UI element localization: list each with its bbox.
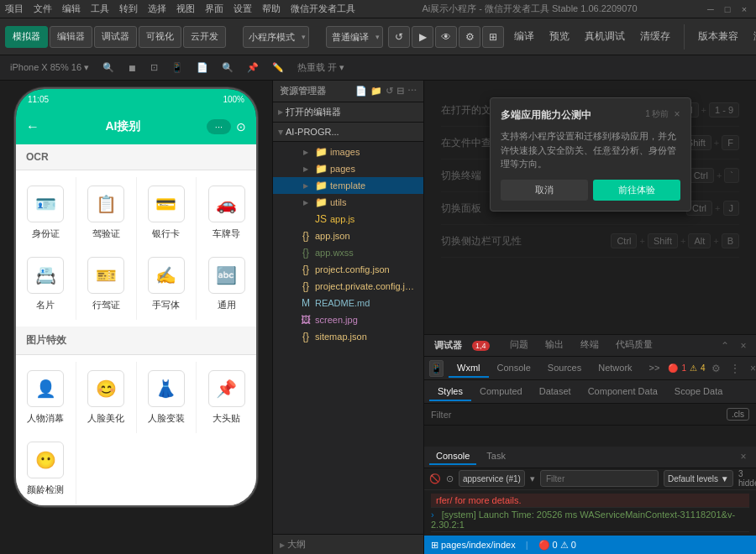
refresh-icon[interactable]: ↺ — [386, 86, 393, 97]
testnum-text-btn[interactable]: 测试号 — [748, 28, 756, 45]
play-icon-btn[interactable]: ▶ — [412, 26, 433, 48]
project-collapse-btn[interactable]: ⊟ — [407, 126, 418, 138]
phone-close-icon[interactable]: ⊙ — [236, 120, 246, 133]
project-new-file-btn[interactable]: + — [366, 126, 378, 138]
compile-text-btn[interactable]: 编译 — [509, 28, 539, 45]
folder-utils[interactable]: ▶ 📁 utils — [273, 194, 423, 211]
grid-item-agedetect[interactable]: 😶 颜龄检测 — [16, 433, 76, 504]
more-icon[interactable]: ⋯ — [407, 86, 417, 97]
debugger-tab-quality[interactable]: 代码质量 — [609, 336, 659, 355]
devtools-settings-btn[interactable]: ⚙ — [709, 361, 724, 376]
menu-item-interface[interactable]: 界面 — [205, 3, 223, 15]
settings-icon-btn[interactable]: ⚙ — [459, 26, 480, 48]
grid-item-facestyle[interactable]: 👗 人脸变装 — [137, 362, 197, 433]
file-icon-btn[interactable]: 📄 — [192, 60, 213, 75]
console-dropdown-btn[interactable]: ▾ — [530, 471, 535, 486]
minimize-btn[interactable]: ─ — [704, 3, 717, 16]
mini-mode-dropdown[interactable]: 小程序模式 — [243, 26, 309, 48]
devtools-tab-more[interactable]: >> — [641, 359, 669, 378]
debugger-close-btn[interactable]: × — [736, 338, 751, 353]
menu-item-project[interactable]: 项目 — [5, 3, 24, 15]
device-info-btn[interactable]: iPhone X 85% 16 ▾ — [5, 60, 94, 75]
styles-tab-scopedata[interactable]: Scope Data — [666, 383, 731, 401]
folder-pages[interactable]: ▶ 📁 pages — [273, 160, 423, 177]
menu-item-select[interactable]: 选择 — [148, 3, 166, 15]
project-root-section[interactable]: ▶ AI-PROGR... + 📁 ↺ ⊟ — [273, 123, 423, 142]
folder-images[interactable]: ▶ 📁 images — [273, 144, 423, 160]
menu-item-view[interactable]: 视图 — [176, 3, 195, 15]
toggle-icon-btn[interactable]: ⊞ — [482, 26, 504, 48]
project-refresh-btn[interactable]: ↺ — [393, 126, 405, 138]
debugger-tab-terminal[interactable]: 终端 — [574, 336, 606, 355]
filter-input[interactable] — [431, 410, 722, 420]
devtools-tab-wxml[interactable]: Wxml — [449, 359, 489, 378]
menu-item-devtools[interactable]: 微信开发者工具 — [291, 3, 355, 15]
console-filter-input[interactable] — [540, 470, 659, 487]
file-screen[interactable]: 🖼 screen.jpg — [273, 311, 423, 328]
devtools-close-btn[interactable]: × — [746, 361, 756, 376]
visual-btn[interactable]: 可视化 — [139, 26, 181, 48]
grid-item-idcard[interactable]: 🪪 身份证 — [16, 177, 76, 248]
console-tab-task[interactable]: Task — [480, 448, 512, 465]
file-appwxss[interactable]: {} app.wxss — [273, 244, 423, 261]
console-stop-btn[interactable]: ⊙ — [446, 471, 454, 486]
console-clear-btn[interactable]: 🚫 — [429, 471, 441, 486]
menu-item-tools[interactable]: 工具 — [91, 3, 109, 15]
phone-more-btn[interactable]: ··· — [207, 119, 231, 134]
styles-tab-componentdata[interactable]: Component Data — [580, 383, 666, 401]
open-editors-section[interactable]: ▶ 打开的编辑器 — [273, 102, 423, 123]
search-btn2[interactable]: 🔍 — [217, 60, 239, 75]
debugger-collapse-btn[interactable]: ⌃ — [717, 338, 732, 353]
mini-mode-select[interactable]: 小程序模式 — [243, 26, 309, 48]
file-appjson[interactable]: {} app.json — [273, 227, 423, 244]
file-projectprivate[interactable]: {} project.private.config.js... — [273, 278, 423, 295]
status-path[interactable]: ⊞ pages/index/index — [431, 540, 516, 551]
version-text-btn[interactable]: 版本兼容 — [693, 28, 743, 45]
styles-tab-computed[interactable]: Computed — [471, 383, 531, 401]
devtools-more-btn[interactable]: ⋮ — [727, 361, 743, 376]
phone-icon-btn[interactable]: 📱 — [166, 60, 188, 75]
close-btn[interactable]: × — [738, 3, 751, 16]
devtools-tab-network[interactable]: Network — [590, 359, 640, 378]
devtools-phone-icon[interactable]: 📱 — [429, 360, 444, 377]
realtest-text-btn[interactable]: 真机调试 — [580, 28, 630, 45]
hotreload-btn[interactable]: 热重载 开 ▾ — [292, 60, 349, 76]
compile-mode-dropdown[interactable]: 普通编译 — [326, 26, 383, 48]
editor-btn[interactable]: 编辑器 — [50, 26, 92, 48]
console-close-btn[interactable]: × — [736, 449, 751, 464]
project-new-folder-btn[interactable]: 📁 — [380, 126, 391, 138]
notif-cancel-btn[interactable]: 取消 — [501, 180, 588, 201]
outline-section[interactable]: ▶ 大纲 — [273, 534, 423, 554]
refresh-icon-btn[interactable]: ↺ — [388, 26, 410, 48]
simulator-btn[interactable]: 模拟器 — [5, 26, 48, 48]
debugger-tab-issues[interactable]: 问题 — [503, 336, 535, 355]
debugger-tab-output[interactable]: 输出 — [538, 336, 570, 355]
preview-text-btn[interactable]: 预览 — [544, 28, 575, 45]
compile-mode-select[interactable]: 普通编译 — [326, 26, 383, 48]
grid-item-drivelicense[interactable]: 🎫 行驾证 — [76, 248, 137, 320]
collapse-icon[interactable]: ⊟ — [396, 86, 404, 97]
file-appjs[interactable]: JS app.js — [273, 211, 423, 227]
menu-item-help[interactable]: 帮助 — [262, 3, 281, 15]
notif-close-btn[interactable]: × — [674, 108, 680, 120]
grid-item-general[interactable]: 🔤 通用 — [197, 248, 256, 320]
grid-item-bankcard[interactable]: 💳 银行卡 — [137, 177, 197, 248]
grid-item-plate[interactable]: 🚗 车牌导 — [197, 177, 256, 248]
save-text-btn[interactable]: 清缓存 — [635, 28, 675, 45]
phone-back-icon[interactable]: ← — [26, 119, 39, 134]
file-readme[interactable]: M README.md — [273, 295, 423, 311]
debugger-btn[interactable]: 调试器 — [94, 26, 137, 48]
rotate-icon-btn[interactable]: ⏹ — [123, 61, 142, 75]
cls-button[interactable]: .cls — [727, 408, 749, 421]
file-projectconfig[interactable]: {} project.config.json — [273, 261, 423, 278]
styles-tab-styles[interactable]: Styles — [429, 383, 471, 401]
grid-item-beauty[interactable]: 😊 人脸美化 — [76, 362, 137, 433]
console-tab-console[interactable]: Console — [429, 448, 476, 465]
grid-item-bighead[interactable]: 📌 大头贴 — [197, 362, 256, 433]
grid-item-license[interactable]: 📋 驾验证 — [76, 177, 137, 248]
grid-item-handwriting[interactable]: ✍️ 手写体 — [137, 248, 197, 320]
folder-template[interactable]: ▶ 📁 template — [273, 177, 423, 194]
file-sitemap[interactable]: {} sitemap.json — [273, 328, 423, 345]
menu-item-file[interactable]: 文件 — [34, 3, 52, 15]
devtools-tab-sources[interactable]: Sources — [539, 359, 590, 378]
